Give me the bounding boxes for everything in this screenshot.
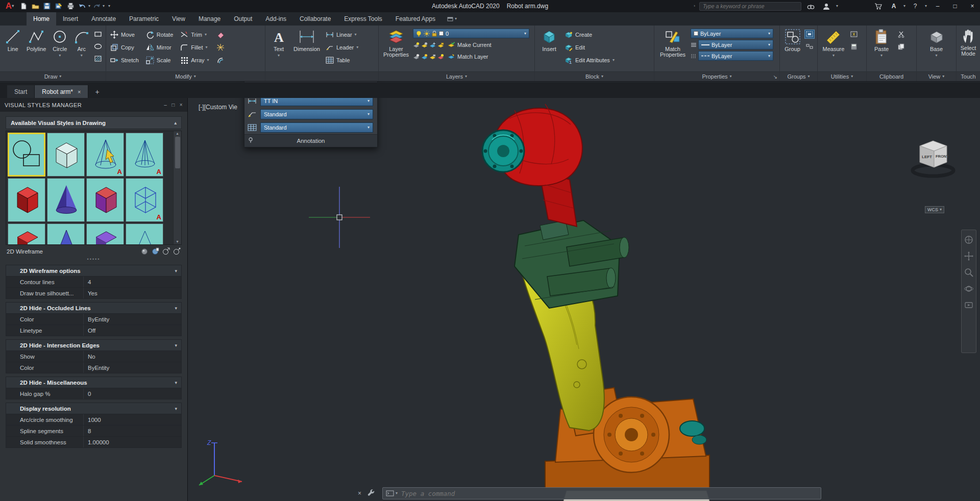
save-as-button[interactable] xyxy=(53,1,64,11)
layer-walk-icon[interactable] xyxy=(437,54,444,60)
cut-button[interactable] xyxy=(896,30,906,39)
edit-attributes-button[interactable]: 1Edit Attributes▾ xyxy=(563,54,616,66)
ungroup-button[interactable] xyxy=(804,42,815,51)
tab-view[interactable]: View xyxy=(165,12,192,26)
view-cube[interactable]: LEFT FRONT xyxy=(909,137,958,183)
circle-button[interactable]: Circle ▾ xyxy=(50,27,70,71)
tab-manage[interactable]: Manage xyxy=(192,12,227,26)
layer-off-icon[interactable] xyxy=(413,42,420,48)
search-button[interactable] xyxy=(805,1,817,11)
properties-panel-footer[interactable]: Properties▾↘ xyxy=(654,71,779,81)
visual-style-thumb-conceptual[interactable] xyxy=(47,133,85,177)
table-button[interactable]: Table xyxy=(324,54,360,66)
visual-style-thumb-extra-1[interactable] xyxy=(86,223,124,245)
layer-select-combo[interactable]: 0 ▾ xyxy=(413,29,529,38)
command-input[interactable] xyxy=(401,490,821,497)
create-block-button[interactable]: Create xyxy=(563,28,616,41)
linetype-combo[interactable]: ByLayer▾ xyxy=(698,51,773,61)
new-drawing-button[interactable] xyxy=(18,1,29,11)
quick-select-button[interactable] xyxy=(849,30,859,39)
groups-panel-footer[interactable]: Groups▾ xyxy=(780,71,817,81)
annotation-flyout-footer[interactable]: Annotation xyxy=(244,134,377,147)
arc-button[interactable]: Arc ▾ xyxy=(72,27,91,71)
customize-wrench-icon[interactable] xyxy=(368,489,375,497)
drawing-viewport[interactable]: [-][Custom Vie LEFT FRONT WCS▾ Z xyxy=(188,98,980,501)
layers-panel-footer[interactable]: Layers▾ xyxy=(379,71,534,81)
polyline-button[interactable]: Polyline xyxy=(25,27,47,71)
apply-style-icon[interactable] xyxy=(152,247,159,255)
match-properties-button[interactable]: Match Properties xyxy=(657,27,689,71)
palette-autohide-icon[interactable]: □ xyxy=(172,102,175,108)
application-menu-button[interactable]: A▾ xyxy=(2,1,17,12)
visual-style-thumb-2d-wireframe[interactable] xyxy=(8,133,45,177)
ellipse-button[interactable] xyxy=(93,42,103,51)
tab-output[interactable]: Output xyxy=(227,12,259,26)
table-style-combo[interactable]: Standard▾ xyxy=(260,122,373,133)
undo-button[interactable] xyxy=(77,1,88,11)
modify-panel-footer[interactable]: Modify▾ xyxy=(106,71,265,81)
hatch-button[interactable] xyxy=(93,54,103,63)
draw-panel-footer[interactable]: Draw▾ xyxy=(0,71,106,81)
make-current-button[interactable]: Make Current xyxy=(446,40,493,50)
create-visual-style-icon[interactable] xyxy=(141,247,149,255)
text-button[interactable]: A Text ▾ xyxy=(268,27,289,71)
layer-thaw-icon[interactable] xyxy=(421,54,428,60)
visual-style-thumb-hidden[interactable]: A xyxy=(86,133,124,177)
group-button[interactable]: Group xyxy=(782,27,802,71)
erase-button[interactable] xyxy=(215,28,226,41)
command-options[interactable]: ▾ xyxy=(383,490,401,496)
select-mode-button[interactable]: Select Mode xyxy=(959,27,977,71)
open-drawing-button[interactable] xyxy=(30,1,41,11)
visual-style-thumb-extra-2[interactable] xyxy=(126,223,163,245)
visual-style-thumb-shaded-edges[interactable] xyxy=(47,178,85,222)
save-button[interactable] xyxy=(41,1,53,11)
orbit-icon[interactable] xyxy=(964,284,973,293)
sign-in-button[interactable] xyxy=(821,1,832,11)
visual-style-thumb-shades-gray[interactable] xyxy=(86,178,124,222)
qat-customize-icon[interactable]: ▾ xyxy=(108,4,110,8)
layer-unisolate-icon[interactable] xyxy=(413,54,420,60)
layer-isolate-icon[interactable] xyxy=(421,42,428,48)
help-button[interactable]: ? xyxy=(910,1,921,11)
scrollbar-thumb[interactable] xyxy=(175,137,180,168)
command-line-bar[interactable]: ▾ xyxy=(382,487,821,499)
line-button[interactable]: Line xyxy=(3,27,23,71)
edit-block-button[interactable]: Edit xyxy=(563,41,616,54)
measure-button[interactable]: Measure ▾ xyxy=(820,27,847,71)
tab-annotate[interactable]: Annotate xyxy=(85,12,122,26)
redo-caret-icon[interactable]: ▾ xyxy=(103,4,105,8)
help-caret-icon[interactable]: ▾ xyxy=(925,4,927,8)
pushpin-icon[interactable] xyxy=(248,137,254,143)
lineweight-combo[interactable]: ByLayer▾ xyxy=(698,40,773,49)
export-style-icon[interactable] xyxy=(162,247,170,255)
object-color-combo[interactable]: ByLayer▾ xyxy=(691,29,773,38)
tab-insert[interactable]: Insert xyxy=(56,12,85,26)
annotation-panel-footer[interactable] xyxy=(265,71,378,81)
group-selection-toggle[interactable] xyxy=(804,30,815,39)
layer-unlock-icon[interactable] xyxy=(429,54,436,60)
copy-clip-button[interactable] xyxy=(896,42,906,51)
fillet-button[interactable]: Fillet▾ xyxy=(179,41,210,54)
rotate-button[interactable]: Rotate xyxy=(144,28,175,41)
dialog-launcher-icon[interactable]: ↘ xyxy=(773,74,777,80)
palette-title-bar[interactable]: VISUAL STYLES MANAGER – □ × xyxy=(0,98,187,112)
block-panel-footer[interactable]: Block▾ xyxy=(535,71,654,81)
redo-button[interactable] xyxy=(91,1,102,11)
navigation-bar[interactable] xyxy=(961,230,976,353)
new-drawing-tab-button[interactable]: + xyxy=(92,87,102,97)
layer-properties-button[interactable]: Layer Properties xyxy=(381,27,411,71)
palette-close-icon[interactable]: × xyxy=(180,102,183,108)
styles-scrollbar[interactable]: ▴ ▾ xyxy=(173,131,181,244)
close-command-icon[interactable]: × xyxy=(358,490,361,497)
group-2d-hide-occluded[interactable]: 2D Hide - Occluded Lines▾ xyxy=(6,302,182,314)
visual-style-thumb-sketchy[interactable] xyxy=(8,223,45,245)
visual-style-thumb-shaded[interactable] xyxy=(8,178,45,222)
visual-style-thumb-xray[interactable] xyxy=(47,223,85,245)
maximize-button[interactable]: □ xyxy=(948,1,962,12)
scale-button[interactable]: Scale xyxy=(144,54,175,66)
multileader-style-combo[interactable]: Standard▾ xyxy=(260,109,373,119)
tab-featured-apps[interactable]: Featured Apps xyxy=(389,12,442,26)
exchange-caret-icon[interactable]: ▾ xyxy=(903,4,905,8)
trim-button[interactable]: Trim▾ xyxy=(179,28,210,41)
visual-style-thumb-wireframe[interactable]: A xyxy=(126,178,163,222)
